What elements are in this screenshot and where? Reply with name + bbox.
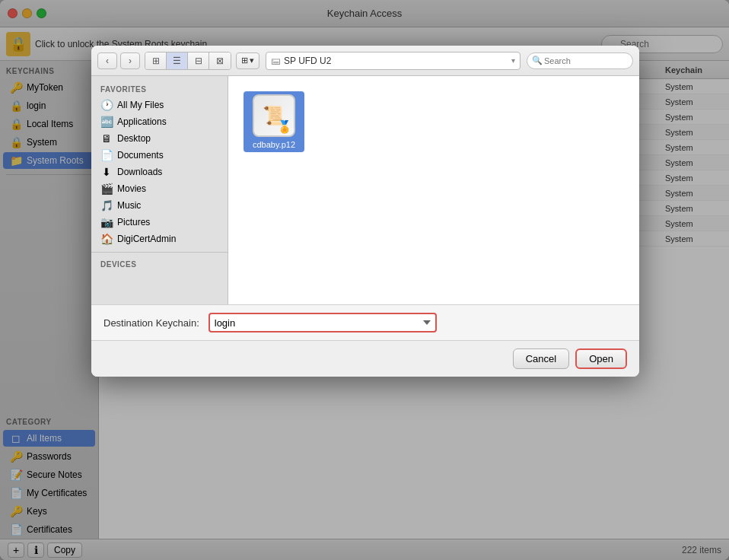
- file-sidebar: FAVORITES 🕐 All My Files 🔤 Applications …: [91, 76, 228, 304]
- file-item-label: Desktop: [117, 133, 151, 144]
- dialog-overlay: ‹ › ⊞ ☰ ⊟ ⊠ ⊞ ▾ 🖴 SP UFD U2 ▾: [0, 0, 729, 560]
- file-item-label: Downloads: [117, 167, 162, 177]
- file-search-icon: 🔍: [532, 56, 543, 65]
- file-content: 📜 🏅 cdbaby.p12: [228, 76, 639, 304]
- file-item-label: Applications: [117, 116, 167, 127]
- file-icon-cdbaby[interactable]: 📜 🏅 cdbaby.p12: [244, 91, 304, 152]
- file-item-digicertadmin[interactable]: 🏠 DigiCertAdmin: [91, 231, 228, 247]
- file-item-downloads[interactable]: ⬇ Downloads: [91, 164, 228, 180]
- file-item-desktop[interactable]: 🖥 Desktop: [91, 130, 228, 147]
- documents-icon: 📄: [100, 149, 113, 161]
- file-item-label: Documents: [117, 150, 164, 161]
- file-item-applications[interactable]: 🔤 Applications: [91, 113, 228, 130]
- file-sidebar-divider: [91, 252, 228, 253]
- file-item-label: Music: [117, 200, 141, 211]
- file-toolbar: ‹ › ⊞ ☰ ⊟ ⊠ ⊞ ▾ 🖴 SP UFD U2 ▾: [91, 46, 639, 76]
- location-bar: 🖴 SP UFD U2 ▾: [266, 52, 520, 70]
- file-search-input[interactable]: [527, 52, 633, 69]
- all-my-files-icon: 🕐: [100, 99, 113, 111]
- file-item-all-my-files[interactable]: 🕐 All My Files: [91, 97, 228, 113]
- movies-icon: 🎬: [100, 183, 113, 195]
- forward-button[interactable]: ›: [120, 52, 140, 69]
- column-view-button[interactable]: ⊟: [188, 52, 209, 69]
- desktop-icon: 🖥: [100, 132, 113, 145]
- location-dropdown-arrow[interactable]: ▾: [511, 56, 515, 65]
- file-browser-body: FAVORITES 🕐 All My Files 🔤 Applications …: [91, 76, 639, 304]
- digicertadmin-icon: 🏠: [100, 233, 113, 245]
- back-button[interactable]: ‹: [97, 52, 117, 69]
- downloads-icon: ⬇: [100, 166, 113, 178]
- arrange-arrow: ▾: [250, 56, 254, 65]
- file-item-label: All My Files: [117, 100, 164, 110]
- file-item-label: DigiCertAdmin: [117, 234, 176, 244]
- file-name: cdbaby.p12: [253, 140, 295, 149]
- view-buttons: ⊞ ☰ ⊟ ⊠: [145, 52, 231, 70]
- devices-label: DEVICES: [91, 257, 228, 272]
- icon-view-button[interactable]: ⊞: [145, 52, 167, 69]
- arrange-icon: ⊞: [241, 56, 248, 65]
- applications-icon: 🔤: [100, 116, 113, 128]
- cert-file-icon: 📜 🏅: [253, 94, 295, 137]
- pictures-icon: 📷: [100, 216, 113, 228]
- open-button[interactable]: Open: [575, 348, 627, 369]
- file-item-music[interactable]: 🎵 Music: [91, 197, 228, 214]
- favorites-label: FAVORITES: [91, 82, 228, 97]
- file-item-label: Pictures: [117, 217, 150, 228]
- arrange-button[interactable]: ⊞ ▾: [236, 52, 259, 69]
- cancel-button[interactable]: Cancel: [513, 348, 569, 369]
- file-item-movies[interactable]: 🎬 Movies: [91, 180, 228, 197]
- file-main: 📜 🏅 cdbaby.p12: [228, 76, 639, 304]
- music-icon: 🎵: [100, 199, 113, 212]
- file-browser-dialog: ‹ › ⊞ ☰ ⊟ ⊠ ⊞ ▾ 🖴 SP UFD U2 ▾: [91, 46, 639, 377]
- file-item-pictures[interactable]: 📷 Pictures: [91, 214, 228, 231]
- cert-ribbon-icon: 🏅: [277, 119, 292, 134]
- main-window: Keychain Access 🔒 Click to unlock the Sy…: [0, 0, 729, 560]
- location-drive-icon: 🖴: [271, 55, 281, 66]
- list-view-button[interactable]: ☰: [167, 52, 188, 69]
- destination-select[interactable]: login System Local Items: [209, 313, 437, 332]
- cover-flow-button[interactable]: ⊠: [209, 52, 231, 69]
- destination-keychain-row: Destination Keychain: login System Local…: [91, 304, 639, 340]
- dialog-buttons: Cancel Open: [91, 340, 639, 377]
- file-item-documents[interactable]: 📄 Documents: [91, 147, 228, 164]
- file-item-label: Movies: [117, 183, 146, 194]
- destination-label: Destination Keychain:: [103, 317, 199, 329]
- location-text: SP UFD U2: [284, 56, 508, 66]
